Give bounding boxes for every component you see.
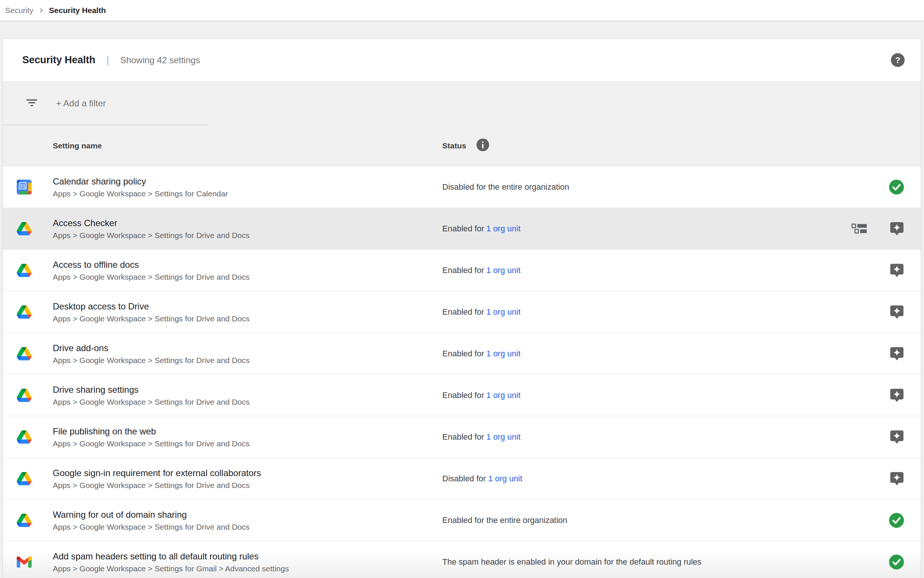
column-status-label: Status <box>442 141 466 150</box>
security-health-card: Security Health | Showing 42 settings ? … <box>3 39 921 578</box>
status-text: Enabled for <box>442 349 484 358</box>
setting-status: Enabled for1 org unit <box>442 432 520 442</box>
table-row[interactable]: 31 Google sign-in requirement for extern… <box>3 458 921 500</box>
setting-status: Enabled for1 org unit <box>442 224 520 234</box>
filter-bar: + Add a filter <box>3 81 921 125</box>
setting-status: Enabled for1 org unit <box>442 266 520 275</box>
table-row[interactable]: 31 Access to offline docs Apps > Google … <box>3 250 921 291</box>
table-row[interactable]: 31 Calendar sharing policy Apps > Google… <box>3 166 921 208</box>
setting-path: Apps > Google Workspace > Settings for D… <box>53 312 250 324</box>
status-text: Enabled for <box>442 266 484 275</box>
table-row[interactable]: 31 File publishing on the web Apps > Goo… <box>3 416 921 458</box>
recommendation-icon[interactable] <box>890 471 904 486</box>
column-status: Status <box>442 138 489 153</box>
app-icon: 31 <box>17 305 32 320</box>
row-trailing-icons <box>889 554 904 570</box>
org-unit-link[interactable]: 1 org unit <box>487 432 521 442</box>
app-icon: 31 <box>17 388 32 403</box>
setting-status: The spam header is enabled in your domai… <box>442 557 701 567</box>
breadcrumb: Security Security Health <box>0 0 924 21</box>
setting-status: Disabled for the entire organization <box>442 182 569 192</box>
setting-text: Desktop access to Drive Apps > Google Wo… <box>53 299 250 324</box>
setting-text: Access Checker Apps > Google Workspace >… <box>53 216 250 241</box>
setting-name: Add spam headers setting to all default … <box>53 550 289 563</box>
table-row[interactable]: 31 Desktop access to Drive Apps > Google… <box>3 291 921 333</box>
breadcrumb-item-security[interactable]: Security <box>5 6 34 15</box>
setting-name: File publishing on the web <box>53 424 250 437</box>
setting-status: Enabled for1 org unit <box>442 349 520 359</box>
setting-text: Add spam headers setting to all default … <box>53 550 289 575</box>
setting-status: Enabled for1 org unit <box>442 307 520 317</box>
app-icon: 31 <box>17 555 32 570</box>
app-icon: 31 <box>17 430 32 445</box>
org-unit-link[interactable]: 1 org unit <box>487 391 521 400</box>
page-title: Security Health <box>22 54 95 66</box>
google-drive-icon <box>17 430 32 444</box>
row-trailing-icons <box>890 471 904 486</box>
setting-path: Apps > Google Workspace > Settings for D… <box>53 271 250 283</box>
setting-status: Enabled for the entire organization <box>442 516 567 525</box>
setting-path: Apps > Google Workspace > Settings for D… <box>53 229 250 241</box>
org-unit-link[interactable]: 1 org unit <box>488 474 522 483</box>
app-icon: 31 <box>17 263 32 278</box>
google-drive-icon <box>17 347 32 360</box>
row-trailing-icons <box>890 388 904 403</box>
org-unit-link[interactable]: 1 org unit <box>487 266 521 275</box>
filter-list-icon <box>26 98 37 109</box>
status-text: Enabled for the entire organization <box>442 516 567 525</box>
breadcrumb-item-security-health: Security Health <box>49 6 106 15</box>
setting-path: Apps > Google Workspace > Settings for D… <box>53 479 261 491</box>
status-text: Enabled for <box>442 307 484 317</box>
help-button[interactable]: ? <box>891 53 905 67</box>
info-circle-icon[interactable] <box>476 138 489 153</box>
recommendation-icon[interactable] <box>890 221 904 236</box>
app-icon: 31 <box>17 180 32 195</box>
table-header: Setting name Status <box>3 125 921 166</box>
setting-path: Apps > Google Workspace > Settings for D… <box>53 437 250 449</box>
app-icon: 31 <box>17 221 32 236</box>
help-circle-icon: ? <box>891 62 905 68</box>
column-setting-name: Setting name <box>53 141 102 150</box>
row-trailing-icons <box>889 179 904 195</box>
status-text: Enabled for <box>442 391 484 400</box>
settings-table-body: 31 Calendar sharing policy Apps > Google… <box>3 166 921 578</box>
setting-path: Apps > Google Workspace > Settings for D… <box>53 521 250 533</box>
org-unit-link[interactable]: 1 org unit <box>487 224 521 233</box>
setting-name: Google sign-in requirement for external … <box>53 466 261 479</box>
setting-name: Access to offline docs <box>53 258 250 271</box>
table-row[interactable]: 31 Drive sharing settings Apps > Google … <box>3 375 921 416</box>
status-ok-icon <box>889 179 904 195</box>
setting-path: Apps > Google Workspace > Settings for G… <box>53 563 289 575</box>
row-trailing-icons <box>890 346 904 361</box>
status-ok-icon <box>889 513 904 528</box>
card-header: Security Health | Showing 42 settings ? <box>3 39 921 81</box>
google-calendar-icon: 31 <box>17 180 32 195</box>
setting-text: Google sign-in requirement for external … <box>53 466 261 491</box>
setting-name: Drive add-ons <box>53 341 250 354</box>
setting-status: Enabled for1 org unit <box>442 391 520 400</box>
recommendation-icon[interactable] <box>890 346 904 361</box>
org-unit-link[interactable]: 1 org unit <box>487 349 521 358</box>
setting-name: Drive sharing settings <box>53 383 250 396</box>
recommendation-icon[interactable] <box>890 305 904 320</box>
add-filter-button[interactable]: + Add a filter <box>56 98 106 109</box>
google-drive-icon <box>17 472 32 485</box>
google-drive-icon <box>17 389 32 402</box>
recommendation-icon[interactable] <box>890 388 904 403</box>
table-row[interactable]: 31 Add spam headers setting to all defau… <box>3 541 921 578</box>
status-text: Disabled for <box>442 474 486 483</box>
table-row[interactable]: 31 Drive add-ons Apps > Google Workspace… <box>3 333 921 375</box>
setting-status: Disabled for1 org unit <box>442 474 522 484</box>
status-text: Enabled for <box>442 224 484 233</box>
setting-path: Apps > Google Workspace > Settings for D… <box>53 354 250 366</box>
org-unit-link[interactable]: 1 org unit <box>487 307 521 317</box>
row-trailing-icons <box>851 221 904 236</box>
recommendation-icon[interactable] <box>890 430 904 445</box>
table-row[interactable]: 31 Access Checker Apps > Google Workspac… <box>3 208 921 250</box>
row-trailing-icons <box>890 305 904 320</box>
google-drive-icon <box>17 305 32 319</box>
setting-text: Drive sharing settings Apps > Google Wor… <box>53 383 250 408</box>
table-row[interactable]: 31 Warning for out of domain sharing App… <box>3 500 921 541</box>
recommendation-icon[interactable] <box>890 263 904 278</box>
setting-path: Apps > Google Workspace > Settings for D… <box>53 396 250 408</box>
